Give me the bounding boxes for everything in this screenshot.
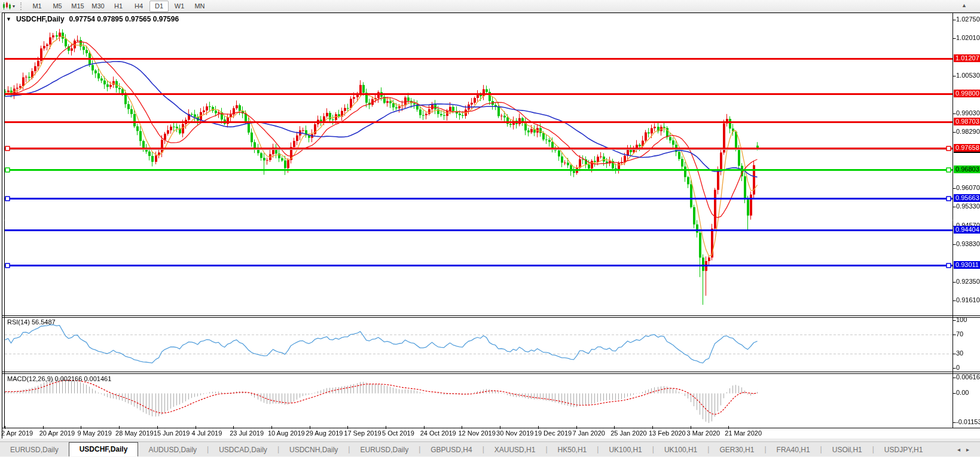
macd-tick-label: 0.006167 (956, 373, 980, 381)
chart-title: ▼ USDCHF,Daily 0.97754 0.97895 0.97565 0… (6, 15, 179, 23)
tab-scroll-left-icon[interactable]: ◂ (957, 446, 960, 453)
date-label: 21 Mar 2020 (725, 430, 762, 437)
chart-tab-hk50-h1[interactable]: HK50,H1 (548, 443, 597, 456)
date-label: 2 Apr 2019 (1, 430, 33, 437)
level-price-label: 0.93011 (954, 261, 980, 269)
tab-scroll-right-icon[interactable]: ▸ (966, 446, 969, 453)
rsi-tick-label: 100 (956, 316, 967, 323)
chart-tab-uk100-h1[interactable]: UK100,H1 (599, 443, 652, 456)
date-label: 23 Jul 2019 (230, 430, 264, 437)
chart-tab-eurusd-daily[interactable]: EURUSD,Daily (350, 443, 419, 456)
price-tick-label: 0.93830 (956, 240, 980, 247)
chart-ohlc-values: 0.97754 0.97895 0.97565 0.97596 (69, 15, 179, 23)
price-tick-label: 0.98290 (956, 128, 980, 135)
rsi-tick-label: 30 (956, 349, 963, 357)
date-label: 9 May 2019 (77, 430, 111, 437)
date-label: 12 Nov 2019 (458, 430, 495, 437)
date-label: 24 Oct 2019 (420, 430, 456, 437)
date-label: 20 Apr 2019 (39, 430, 75, 437)
date-label: 30 Nov 2019 (496, 430, 533, 437)
date-label: 5 Oct 2019 (382, 430, 414, 437)
chart-tab-audusd-daily[interactable]: AUDUSD,Daily (138, 443, 207, 456)
level-price-label: 0.94404 (954, 226, 980, 234)
macd-tick-label: 0.00 (956, 389, 969, 396)
macd-label: MACD(12,26,9) 0.002166 0.001461 (7, 375, 111, 382)
chart-tab-usdcnh-daily[interactable]: USDCNH,Daily (279, 443, 348, 456)
price-tick-label: 0.92350 (956, 278, 980, 285)
level-price-label: 1.01207 (954, 54, 980, 62)
chart-tab-gbpusd-h4[interactable]: GBPUSD,H4 (420, 443, 482, 456)
date-label: 17 Sep 2019 (344, 430, 381, 437)
level-price-label: 0.98703 (954, 118, 980, 125)
chart-tab-uk100-h1[interactable]: UK100,H1 (654, 443, 707, 456)
date-label: 29 Aug 2019 (306, 430, 343, 437)
rsi-label: RSI(14) 56.5487 (7, 318, 56, 326)
date-label: 3 Mar 2020 (687, 430, 721, 437)
date-label: 7 Jan 2020 (573, 430, 605, 437)
chart-symbol: USDCHF,Daily (16, 15, 65, 23)
price-chart-canvas[interactable] (0, 0, 980, 457)
chart-tab-ger30-h1[interactable]: GER30,H1 (709, 443, 764, 456)
price-tick-label: 0.91610 (956, 296, 980, 303)
chart-title-dropdown-icon[interactable]: ▼ (6, 16, 11, 22)
chart-tab-usoil-h1[interactable]: USOil,H1 (822, 443, 872, 456)
price-tick-label: 1.02750 (956, 16, 980, 23)
rsi-tick-label: 0 (956, 364, 960, 371)
chart-tab-bar: EURUSD,DailyUSDCHF,DailyAUDUSD,Daily|USD… (0, 441, 980, 456)
price-tick-label: 0.99030 (956, 109, 980, 116)
level-price-label: 0.95663 (954, 194, 980, 202)
chart-tab-eurusd-daily[interactable]: EURUSD,Daily (0, 443, 69, 456)
chart-tab-xauusd-h1[interactable]: XAUUSD,H1 (484, 443, 546, 456)
level-price-label: 0.97658 (954, 144, 980, 152)
date-label: 19 Dec 2019 (535, 430, 572, 437)
price-tick-label: 0.95330 (956, 203, 980, 210)
rsi-tick-label: 70 (956, 330, 963, 338)
chart-tab-usdcad-daily[interactable]: USDCAD,Daily (209, 443, 277, 456)
level-price-label: 0.96803 (954, 165, 980, 173)
chart-tab-usdjpy-h1[interactable]: USDJPY,H1 (874, 443, 933, 456)
date-label: 15 Jun 2019 (154, 430, 190, 437)
macd-tick-label: -0.011531 (956, 418, 980, 425)
trading-terminal: ▾ M1M5M15M30H1H4D1W1MN ▲ ▼ USDCHF,Daily … (0, 0, 980, 457)
date-label: 4 Jul 2019 (192, 430, 222, 437)
price-tick-label: 0.96070 (956, 184, 980, 191)
date-label: 25 Jan 2020 (610, 430, 647, 437)
chart-tab-usdchf-daily[interactable]: USDCHF,Daily (69, 442, 139, 456)
price-tick-label: 1.02010 (956, 34, 980, 41)
date-label: 13 Feb 2020 (649, 430, 686, 437)
level-price-label: 0.99800 (954, 90, 980, 97)
chart-tab-fra40-h1[interactable]: FRA40,H1 (767, 443, 820, 456)
date-label: 28 May 2019 (115, 430, 154, 437)
price-tick-label: 1.00530 (956, 72, 980, 79)
date-label: 10 Aug 2019 (268, 430, 305, 437)
